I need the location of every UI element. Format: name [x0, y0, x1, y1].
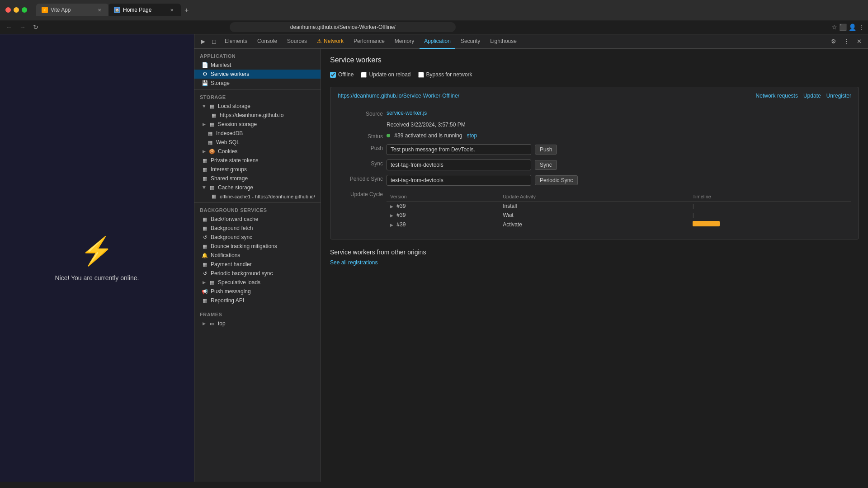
sidebar-item-bounce-tracking[interactable]: ▦ Bounce tracking mitigations [194, 242, 321, 251]
tab-performance[interactable]: Performance [349, 34, 389, 49]
sync-input[interactable] [387, 160, 531, 170]
sidebar-item-indexeddb[interactable]: ▦ IndexedDB [194, 129, 321, 138]
row1-arrow[interactable]: ▶ [390, 204, 393, 209]
browser-tab-home[interactable]: 🏠 Home Page ✕ [108, 4, 181, 16]
sw-status-row: Status #39 activated and is running stop [338, 132, 851, 140]
reporting-label: Reporting API [211, 297, 244, 304]
reload-button[interactable]: ↻ [31, 22, 41, 32]
divider-1 [194, 89, 321, 90]
periodic-sync-input[interactable] [387, 175, 531, 186]
tab-memory[interactable]: Memory [390, 34, 419, 49]
settings-icon[interactable]: ⚙ [828, 36, 839, 47]
url-bar[interactable] [230, 22, 456, 32]
divider-3 [194, 307, 321, 307]
stop-link[interactable]: stop [467, 132, 477, 139]
sidebar-item-interest-groups[interactable]: ▦ Interest groups [194, 165, 321, 174]
tab-console[interactable]: Console [253, 34, 282, 49]
source-file-link[interactable]: service-worker.js [387, 110, 427, 116]
indexeddb-icon: ▦ [207, 131, 213, 136]
sidebar-item-periodic-bg-sync[interactable]: ↺ Periodic background sync [194, 269, 321, 278]
sidebar-item-web-sql[interactable]: ▦ Web SQL [194, 138, 321, 147]
menu-icon[interactable]: ⋮ [858, 23, 864, 31]
device-icon[interactable]: ◻ [209, 36, 219, 47]
web-sql-label: Web SQL [216, 139, 240, 145]
sidebar-item-frames-top[interactable]: ▭ top [194, 319, 321, 328]
sidebar-item-private-state-tokens[interactable]: ▦ Private state tokens [194, 156, 321, 165]
bypass-network-label[interactable]: Bypass for network [418, 71, 472, 78]
speculative-label: Speculative loads [218, 279, 260, 286]
sidebar-item-background-sync[interactable]: ↺ Background sync [194, 233, 321, 242]
sw-header-row: https://deanhume.github.io/Service-Worke… [338, 93, 851, 104]
periodic-sync-button[interactable]: Periodic Sync [535, 175, 578, 185]
devtools-toolbar: ▶ ◻ Elements Console Sources ⚠ Network P… [194, 34, 868, 49]
tab-vite-close[interactable]: ✕ [96, 6, 103, 14]
frames-top-label: top [218, 320, 226, 327]
bookmark-icon[interactable]: ☆ [831, 23, 837, 31]
sidebar-item-payment-handler[interactable]: ▦ Payment handler [194, 260, 321, 269]
unregister-link[interactable]: Unregister [826, 93, 851, 99]
sidebar-item-push-messaging[interactable]: 📢 Push messaging [194, 287, 321, 296]
sw-action-links: Network requests Update Unregister [756, 93, 851, 99]
update-link[interactable]: Update [803, 93, 821, 99]
row2-arrow[interactable]: ▶ [390, 213, 393, 218]
notifications-icon: 🔔 [202, 253, 208, 258]
interest-icon: ▦ [202, 167, 208, 173]
profile-icon[interactable]: 👤 [849, 23, 856, 31]
update-on-reload-checkbox[interactable] [361, 72, 367, 78]
status-value: #39 activated and is running stop [387, 132, 851, 139]
panel-title: Service workers [330, 56, 859, 64]
new-tab-button[interactable]: + [181, 5, 192, 16]
tab-application[interactable]: Application [420, 34, 455, 49]
push-button[interactable]: Push [535, 145, 557, 155]
tab-lighthouse[interactable]: Lighthouse [486, 34, 521, 49]
push-row-label: Push [338, 144, 383, 151]
row3-arrow[interactable]: ▶ [390, 223, 393, 227]
inspect-icon[interactable]: ▶ [198, 36, 208, 47]
minimize-button[interactable] [14, 7, 19, 13]
sidebar-item-local-storage[interactable]: ▦ Local storage [194, 102, 321, 111]
sidebar-item-background-fetch[interactable]: ▦ Background fetch [194, 224, 321, 233]
sidebar-item-speculative-loads[interactable]: ▦ Speculative loads [194, 278, 321, 287]
sidebar-item-offline-cache[interactable]: ▦ offline-cache1 - https://deanhume.gith… [194, 192, 321, 201]
more-options-icon[interactable]: ⋮ [841, 36, 852, 47]
tab-security[interactable]: Security [456, 34, 485, 49]
sidebar-item-back-forward[interactable]: ▦ Back/forward cache [194, 215, 321, 224]
tab-network-label: Network [324, 38, 344, 44]
tab-home-close[interactable]: ✕ [168, 6, 175, 14]
push-input[interactable] [387, 144, 531, 155]
update-on-reload-label[interactable]: Update on reload [361, 71, 410, 78]
nav-right-icons: ☆ ⬛ 👤 ⋮ [831, 23, 864, 31]
tab-elements[interactable]: Elements [220, 34, 252, 49]
sidebar-item-shared-storage[interactable]: ▦ Shared storage [194, 174, 321, 183]
tab-network[interactable]: ⚠ Network [312, 34, 348, 49]
maximize-button[interactable] [22, 7, 27, 13]
offline-checkbox[interactable] [330, 72, 336, 78]
bypass-network-checkbox[interactable] [418, 72, 424, 78]
table-row: ▶ #39 Install | [387, 202, 851, 211]
sidebar-item-session-storage[interactable]: ▦ Session storage [194, 120, 321, 129]
offline-checkbox-label[interactable]: Offline [330, 71, 354, 78]
sidebar-item-service-workers[interactable]: ⚙ Service workers [194, 70, 321, 79]
extensions-icon[interactable]: ⬛ [839, 23, 847, 31]
see-all-registrations-link[interactable]: See all registrations [330, 259, 377, 266]
sync-button[interactable]: Sync [535, 160, 557, 170]
status-label: Status [338, 132, 383, 140]
sidebar-item-github[interactable]: ▦ https://deanhume.github.io [194, 111, 321, 120]
periodic-sync-input-container: Periodic Sync [387, 175, 851, 186]
sidebar-item-reporting-api[interactable]: ▦ Reporting API [194, 296, 321, 305]
tab-sources[interactable]: Sources [283, 34, 311, 49]
sidebar-item-storage[interactable]: 💾 Storage [194, 79, 321, 88]
browser-tab-vite[interactable]: ⚡ Vite App ✕ [36, 4, 108, 16]
bg-fetch-icon: ▦ [202, 225, 208, 231]
forward-button[interactable]: → [17, 22, 28, 32]
received-label [338, 122, 383, 122]
network-requests-link[interactable]: Network requests [756, 93, 798, 99]
close-button[interactable] [5, 7, 11, 13]
devtools-close-icon[interactable]: ✕ [854, 36, 864, 47]
back-button[interactable]: ← [4, 22, 14, 32]
sidebar-item-cookies[interactable]: 🍪 Cookies [194, 147, 321, 156]
sidebar-item-notifications[interactable]: 🔔 Notifications [194, 251, 321, 260]
sidebar-item-manifest[interactable]: 📄 Manifest [194, 61, 321, 70]
manifest-icon: 📄 [202, 62, 208, 68]
sidebar-item-cache-storage[interactable]: ▦ Cache storage [194, 183, 321, 192]
